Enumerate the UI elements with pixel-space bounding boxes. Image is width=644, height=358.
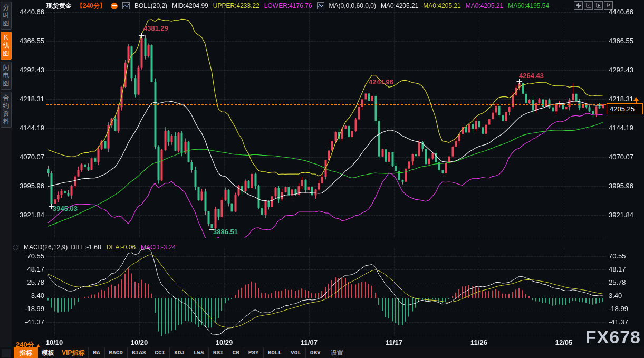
axis-play-icon[interactable]: [594, 1, 603, 10]
date-label: 11/07: [301, 338, 318, 346]
sidebar-tab-3[interactable]: 闪电图: [1, 62, 12, 90]
date-label: 11/26: [470, 338, 487, 346]
macd-axis-label: -18.99: [609, 305, 642, 313]
chart-type-sidebar: 分时图K线图闪电图合约资料: [0, 0, 12, 358]
ma-values: MA0:4205.21MA0:4205.21MA0:4205.21MA60:41…: [381, 2, 549, 9]
macd-header: MACD(26,12,9) DIFF:-1.68 DEA:-0.06 MACD:…: [13, 244, 176, 251]
price-annotation: 3886.51: [213, 228, 238, 236]
macd-diff-value: DIFF:-1.68: [71, 244, 101, 251]
price-annotation: 4244.96: [369, 78, 393, 86]
toolbar-tab-11[interactable]: CR: [228, 347, 244, 358]
boll-indicator-icon[interactable]: [122, 2, 130, 9]
ma-name: MA(0,0,0,60,0,0): [329, 2, 376, 9]
price-axis-label: 4292.43: [609, 66, 642, 74]
toolbar-tab-4[interactable]: MA: [88, 347, 104, 358]
date-label: 10/10: [46, 338, 63, 346]
price-annotation: 4381.29: [143, 24, 168, 32]
price-annotation: 4264.43: [519, 72, 544, 80]
toolbar-tab-14[interactable]: VOL: [286, 347, 305, 358]
chart-canvas[interactable]: [0, 0, 644, 358]
toolbar-tab-7[interactable]: CCI: [150, 347, 169, 358]
chart-header: 现货黄金 【240分】 BOLL(20,2) MID:4204.99 UPPER…: [46, 2, 549, 10]
boll-upper-value: UPPER:4233.22: [213, 2, 259, 9]
price-arrow-icon: [633, 97, 639, 101]
toolbar-tab-5[interactable]: MACD: [104, 347, 127, 358]
ma-value-4: MA60:4195.54: [508, 2, 549, 9]
period-tag: 【240分】: [76, 2, 106, 11]
macd-axis-label: 70.55: [609, 252, 642, 260]
macd-axis-label: 3.40: [609, 292, 642, 299]
macd-title: MACD(26,12,9): [24, 244, 68, 251]
ma-value-1: MA0:4205.21: [381, 2, 418, 9]
boll-name: BOLL(20,2): [134, 2, 167, 9]
indicator-toolbar: 指标模板VIP指标MAMACDBIASCCIKDJLW&RSICRPSYBOLL…: [0, 347, 644, 358]
macd-dea-value: DEA:-0.06: [107, 244, 136, 251]
ma-value-3: MA0:4205.21: [466, 2, 503, 9]
toolbar-tab-2[interactable]: 模板: [38, 347, 58, 358]
date-label: 10/20: [131, 338, 148, 346]
price-axis-label: 4070.07: [609, 153, 642, 161]
macd-macd-value: MACD:-3.24: [141, 244, 176, 251]
last-price-tag: 4205.25: [607, 103, 643, 114]
toolbar-tab-15[interactable]: OBV: [305, 347, 325, 358]
toolbar-tab-3[interactable]: VIP指标: [58, 347, 88, 358]
toolbar-tab-6[interactable]: BIAS: [127, 347, 150, 358]
sidebar-tab-2[interactable]: K线图: [1, 32, 12, 60]
boll-mid-value: MID:4204.99: [172, 2, 208, 9]
price-annotation: 3945.03: [53, 205, 78, 212]
price-axis-label: 4144.19: [609, 124, 642, 132]
price-axis-label: 4440.66: [609, 8, 642, 16]
date-label: 12/05: [555, 338, 573, 346]
date-label: 10/29: [216, 338, 233, 346]
macd-panel-icon[interactable]: [13, 245, 18, 250]
toolbar-tab-12[interactable]: PSY: [244, 347, 263, 358]
macd-axis-label: -41.37: [609, 318, 642, 326]
toolbar-corner-box: [2, 349, 11, 357]
watermark: FX678: [585, 327, 641, 347]
axis-scale-left-icon[interactable]: [584, 1, 593, 10]
toolbar-tab-10[interactable]: RSI: [208, 347, 228, 358]
date-label: 11/17: [386, 338, 402, 346]
price-axis-label: 3921.84: [609, 211, 642, 219]
toolbar-tab-8[interactable]: KDJ: [169, 347, 189, 358]
ma-value-2: MA0:4205.21: [423, 2, 460, 9]
toolbar-tab-13[interactable]: BOLL: [263, 347, 286, 358]
toolbar-tab-16[interactable]: 设置: [327, 347, 347, 358]
sidebar-tab-4[interactable]: 合约资料: [1, 92, 12, 128]
toolbar-tab-9[interactable]: LW&: [189, 347, 208, 358]
toolbar-tab-1[interactable]: 指标: [14, 347, 38, 358]
boll-lower-value: LOWER:4176.76: [264, 2, 312, 9]
collapse-indicator-icon[interactable]: [111, 3, 118, 9]
move-icon[interactable]: [574, 1, 583, 10]
price-axis-label: 3995.96: [609, 182, 642, 190]
sidebar-tab-1[interactable]: 分时图: [1, 2, 12, 30]
macd-axis-label: 48.17: [609, 265, 642, 273]
macd-axis-label: 25.78: [609, 278, 642, 286]
chart-tool-buttons: [574, 1, 613, 10]
price-axis-label: 4366.55: [609, 37, 642, 45]
symbol-name: 现货黄金: [46, 2, 72, 11]
ma-indicator-icon[interactable]: [317, 2, 324, 9]
